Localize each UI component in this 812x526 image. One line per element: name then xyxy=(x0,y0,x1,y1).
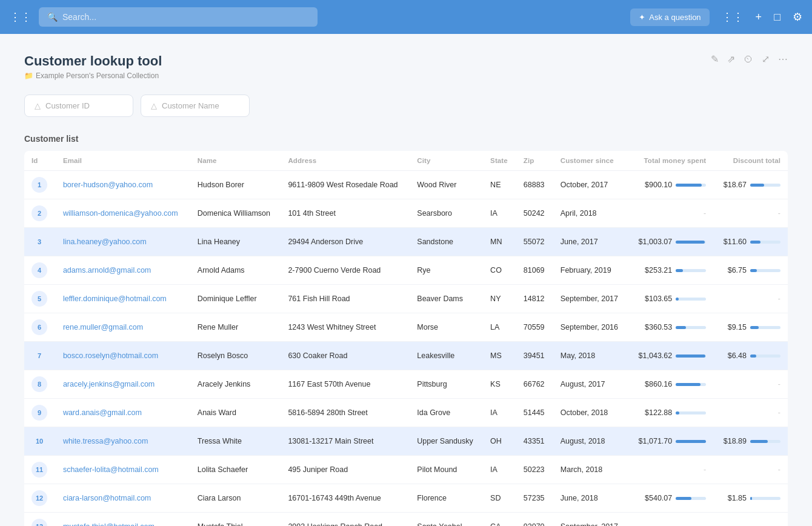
cell-state: NE xyxy=(483,171,516,199)
table-row: 13mustafa.thiel@hotmail.comMustafa Thiel… xyxy=(24,513,788,527)
cell-email[interactable]: rene.muller@gmail.com xyxy=(56,313,190,342)
cell-name: Hudson Borer xyxy=(190,171,281,199)
cell-money: $360.53 xyxy=(628,313,714,342)
cell-zip: 55072 xyxy=(516,228,553,256)
cell-email[interactable]: ciara-larson@hotmail.com xyxy=(56,484,190,513)
cell-discount: $18.89 xyxy=(713,427,788,456)
cell-city: Pittsburg xyxy=(410,370,483,399)
cell-name: Roselyn Bosco xyxy=(190,342,281,370)
expand-icon[interactable]: ⤢ xyxy=(762,53,770,65)
cell-id: 13 xyxy=(24,513,56,527)
cell-address: 495 Juniper Road xyxy=(281,456,410,484)
customer-table: Id Email Name Address City State Zip Cus… xyxy=(24,151,788,526)
cell-city: Florence xyxy=(410,484,483,513)
col-since: Customer since xyxy=(553,151,628,171)
ask-question-button[interactable]: ✦ Ask a question xyxy=(630,8,709,26)
cell-discount: - xyxy=(713,513,788,527)
cell-id: 1 xyxy=(24,171,56,199)
page-title: Customer lookup tool xyxy=(24,53,162,69)
cell-email[interactable]: adams.arnold@gmail.com xyxy=(56,256,190,285)
cell-zip: 70559 xyxy=(516,313,553,342)
cell-zip: 81069 xyxy=(516,256,553,285)
cell-address: 1167 East 570th Avenue xyxy=(281,370,410,399)
more-options-icon[interactable]: ⋯ xyxy=(778,53,788,65)
apps-icon[interactable]: ⋮⋮ xyxy=(722,10,744,24)
col-city: City xyxy=(410,151,483,171)
cell-zip: 14812 xyxy=(516,285,553,313)
cell-email[interactable]: borer-hudson@yahoo.com xyxy=(56,171,190,199)
history-icon[interactable]: ⏲ xyxy=(744,54,753,65)
cell-email[interactable]: williamson-domenica@yahoo.com xyxy=(56,199,190,228)
cell-name: Aracely Jenkins xyxy=(190,370,281,399)
cell-state: IA xyxy=(483,399,516,427)
cell-discount: - xyxy=(713,285,788,313)
cell-discount: - xyxy=(713,399,788,427)
cell-money: - xyxy=(628,513,714,527)
col-address: Address xyxy=(281,151,410,171)
cell-money: $860.16 xyxy=(628,370,714,399)
cell-discount: $1.85 xyxy=(713,484,788,513)
cell-name: Lolita Schaefer xyxy=(190,456,281,484)
cell-city: Beaver Dams xyxy=(410,285,483,313)
cell-zip: 50223 xyxy=(516,456,553,484)
cell-id: 10 xyxy=(24,427,56,456)
cell-state: SD xyxy=(483,484,516,513)
cell-email[interactable]: aracely.jenkins@gmail.com xyxy=(56,370,190,399)
grid-icon[interactable]: ⋮⋮ xyxy=(10,10,32,24)
cell-email[interactable]: leffler.dominique@hotmail.com xyxy=(56,285,190,313)
external-link-icon[interactable]: ⇗ xyxy=(727,53,735,65)
cell-since: April, 2018 xyxy=(553,199,628,228)
cell-name: Ciara Larson xyxy=(190,484,281,513)
cell-id: 9 xyxy=(24,399,56,427)
cell-id: 4 xyxy=(24,256,56,285)
add-icon[interactable]: + xyxy=(756,11,762,24)
table-row: 6rene.muller@gmail.comRene Muller1243 We… xyxy=(24,313,788,342)
cell-state: KS xyxy=(483,370,516,399)
cell-discount: $6.48 xyxy=(713,342,788,370)
cell-zip: 51445 xyxy=(516,399,553,427)
filter-name-icon: △ xyxy=(151,101,157,110)
table-row: 5leffler.dominique@hotmail.comDominique … xyxy=(24,285,788,313)
search-bar[interactable]: 🔍 xyxy=(39,7,318,27)
cell-email[interactable]: lina.heaney@yahoo.com xyxy=(56,228,190,256)
cell-state: LA xyxy=(483,313,516,342)
cell-state: OH xyxy=(483,427,516,456)
cell-address: 29494 Anderson Drive xyxy=(281,228,410,256)
cell-since: May, 2018 xyxy=(553,342,628,370)
cell-email[interactable]: ward.anais@gmail.com xyxy=(56,399,190,427)
page-header: Customer lookup tool 📁 Example Person's … xyxy=(24,53,788,95)
search-input[interactable] xyxy=(62,12,309,22)
cell-city: Searsboro xyxy=(410,199,483,228)
edit-icon[interactable]: ✎ xyxy=(711,53,719,65)
cell-since: September, 2016 xyxy=(553,313,628,342)
cell-address: 9611-9809 West Rosedale Road xyxy=(281,171,410,199)
customer-table-wrap: Id Email Name Address City State Zip Cus… xyxy=(24,151,788,526)
cell-email[interactable]: mustafa.thiel@hotmail.com xyxy=(56,513,190,527)
cell-email[interactable]: bosco.roselyn@hotmail.com xyxy=(56,342,190,370)
cell-zip: 68883 xyxy=(516,171,553,199)
cell-city: Ida Grove xyxy=(410,399,483,427)
cell-id: 5 xyxy=(24,285,56,313)
cell-zip: 66762 xyxy=(516,370,553,399)
cell-state: IA xyxy=(483,199,516,228)
cell-money: - xyxy=(628,199,714,228)
cell-id: 3 xyxy=(24,228,56,256)
cell-since: September, 2017 xyxy=(553,285,628,313)
cell-email[interactable]: white.tressa@yahoo.com xyxy=(56,427,190,456)
settings-icon[interactable]: ⚙ xyxy=(793,10,802,24)
cell-state: MS xyxy=(483,342,516,370)
col-money: Total money spent xyxy=(628,151,714,171)
fullscreen-icon[interactable]: □ xyxy=(774,11,780,24)
customer-id-label: Customer ID xyxy=(45,101,90,110)
table-row: 4adams.arnold@gmail.comArnold Adams2-790… xyxy=(24,256,788,285)
table-row: 3lina.heaney@yahoo.comLina Heaney29494 A… xyxy=(24,228,788,256)
cell-since: August, 2018 xyxy=(553,427,628,456)
cell-email[interactable]: schaefer-lolita@hotmail.com xyxy=(56,456,190,484)
customer-id-filter[interactable]: △ Customer ID xyxy=(24,95,133,117)
cell-discount: $18.67 xyxy=(713,171,788,199)
table-row: 10white.tressa@yahoo.comTressa White1308… xyxy=(24,427,788,456)
table-header-row: Id Email Name Address City State Zip Cus… xyxy=(24,151,788,171)
cell-money: $540.07 xyxy=(628,484,714,513)
customer-name-filter[interactable]: △ Customer Name xyxy=(141,95,250,117)
cell-name: Arnold Adams xyxy=(190,256,281,285)
